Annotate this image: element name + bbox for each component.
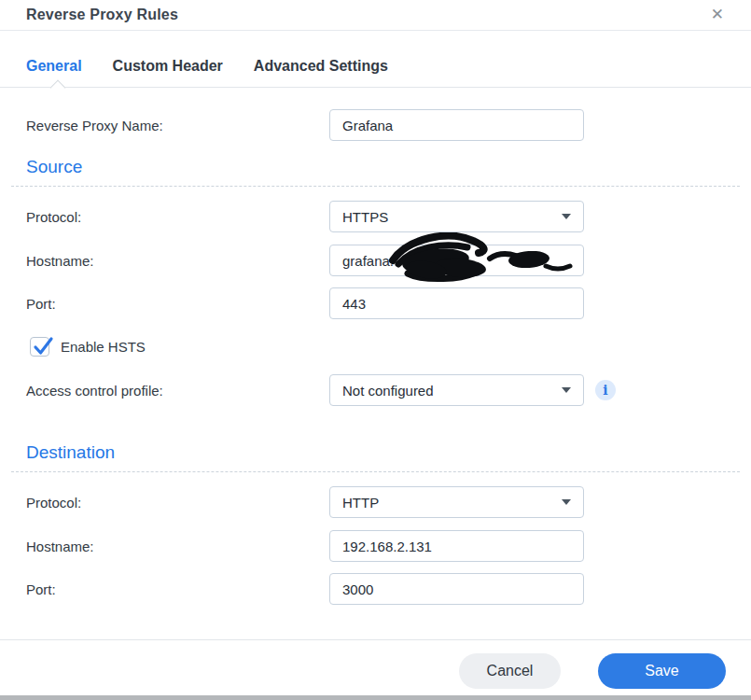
info-icon[interactable]: i bbox=[595, 380, 616, 400]
enable-hsts-row: Enable HSTS bbox=[26, 335, 725, 357]
chevron-down-icon bbox=[562, 387, 571, 393]
active-tab-notch bbox=[50, 80, 66, 96]
source-section-divider bbox=[11, 186, 740, 187]
destination-protocol-row: Protocol: HTTP bbox=[26, 486, 725, 518]
access-control-profile-label: Access control profile: bbox=[26, 383, 329, 399]
enable-hsts-label[interactable]: Enable HSTS bbox=[61, 339, 146, 355]
destination-hostname-label: Hostname: bbox=[26, 539, 329, 554]
close-icon[interactable]: ✕ bbox=[709, 6, 726, 23]
destination-section-divider bbox=[11, 471, 740, 472]
enable-hsts-checkbox[interactable] bbox=[30, 337, 49, 357]
reverse-proxy-name-row: Reverse Proxy Name: bbox=[26, 109, 725, 141]
reverse-proxy-name-label: Reverse Proxy Name: bbox=[26, 118, 329, 133]
source-hostname-input[interactable] bbox=[329, 245, 584, 276]
access-control-profile-value: Not configured bbox=[342, 383, 434, 399]
source-protocol-label: Protocol: bbox=[26, 209, 329, 225]
tab-advanced-settings[interactable]: Advanced Settings bbox=[254, 57, 388, 76]
cancel-button[interactable]: Cancel bbox=[459, 653, 561, 689]
access-control-profile-select[interactable]: Not configured bbox=[329, 374, 584, 406]
access-control-profile-row: Access control profile: Not configured i bbox=[26, 374, 725, 406]
dialog-bottom-edge bbox=[0, 695, 751, 700]
destination-hostname-row: Hostname: bbox=[26, 530, 725, 562]
tab-custom-header[interactable]: Custom Header bbox=[113, 57, 223, 76]
checkmark-icon bbox=[32, 334, 56, 358]
source-protocol-select[interactable]: HTTPS bbox=[329, 201, 584, 232]
source-section-heading: Source bbox=[26, 157, 725, 177]
source-protocol-row: Protocol: HTTPS bbox=[26, 201, 725, 232]
destination-port-input[interactable] bbox=[329, 573, 584, 605]
tab-bar: General Custom Header Advanced Settings bbox=[0, 31, 751, 88]
dialog-footer: Cancel Save bbox=[0, 639, 751, 689]
chevron-down-icon bbox=[562, 499, 571, 505]
destination-port-row: Port: bbox=[26, 573, 725, 605]
reverse-proxy-name-input[interactable] bbox=[329, 109, 584, 141]
reverse-proxy-dialog: Reverse Proxy Rules ✕ General Custom Hea… bbox=[0, 0, 751, 700]
tab-general[interactable]: General bbox=[26, 57, 82, 76]
general-form: Reverse Proxy Name: Source Protocol: HTT… bbox=[0, 109, 751, 605]
destination-hostname-input[interactable] bbox=[329, 530, 584, 562]
title-bar: Reverse Proxy Rules ✕ bbox=[0, 0, 751, 31]
source-hostname-row: Hostname: bbox=[26, 245, 725, 276]
source-protocol-value: HTTPS bbox=[342, 209, 388, 225]
chevron-down-icon bbox=[562, 214, 571, 219]
destination-port-label: Port: bbox=[26, 581, 329, 597]
source-port-input[interactable] bbox=[329, 287, 584, 319]
destination-section-heading: Destination bbox=[26, 442, 725, 463]
source-hostname-label: Hostname: bbox=[26, 253, 329, 269]
page-title: Reverse Proxy Rules bbox=[26, 7, 178, 23]
destination-protocol-label: Protocol: bbox=[26, 495, 329, 511]
source-port-row: Port: bbox=[26, 287, 725, 319]
source-port-label: Port: bbox=[26, 296, 329, 312]
destination-protocol-select[interactable]: HTTP bbox=[329, 486, 584, 518]
save-button[interactable]: Save bbox=[598, 653, 726, 689]
destination-protocol-value: HTTP bbox=[342, 495, 379, 511]
